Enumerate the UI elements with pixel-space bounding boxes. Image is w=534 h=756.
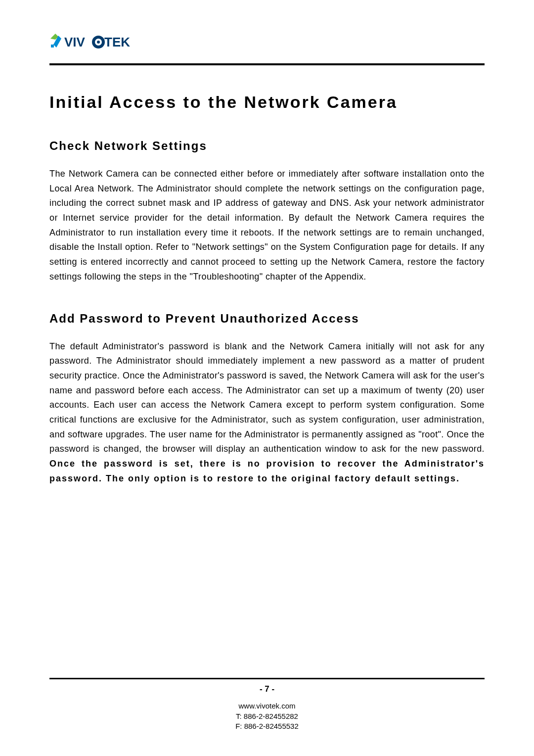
footer-tel: T: 886-2-82455282	[49, 711, 485, 721]
page-number: - 7 -	[49, 684, 485, 694]
header-divider	[49, 63, 485, 65]
section-body-network: The Network Camera can be connected eith…	[49, 167, 485, 284]
vivotek-logo: VIV TEK	[49, 30, 138, 54]
footer-contact: www.vivotek.com T: 886-2-82455282 F: 886…	[49, 701, 485, 731]
footer-website: www.vivotek.com	[49, 701, 485, 711]
footer-divider	[49, 678, 485, 679]
logo-row: VIV TEK	[49, 30, 485, 54]
footer-fax: F: 886-2-82455532	[49, 721, 485, 731]
section-body-password-main: The default Administrator's password is …	[49, 341, 485, 454]
section-heading-network: Check Network Settings	[49, 139, 485, 153]
svg-point-3	[97, 41, 100, 44]
svg-text:VIV: VIV	[64, 35, 86, 49]
page-title: Initial Access to the Network Camera	[49, 93, 485, 112]
svg-rect-0	[51, 45, 54, 47]
section-body-password: The default Administrator's password is …	[49, 339, 485, 486]
section-heading-password: Add Password to Prevent Unauthorized Acc…	[49, 312, 485, 326]
document-page: VIV TEK Initial Access to the Network Ca…	[0, 0, 534, 756]
page-footer: - 7 - www.vivotek.com T: 886-2-82455282 …	[49, 678, 485, 731]
section-body-password-bold: Once the password is set, there is no pr…	[49, 459, 485, 483]
svg-text:TEK: TEK	[104, 35, 130, 49]
